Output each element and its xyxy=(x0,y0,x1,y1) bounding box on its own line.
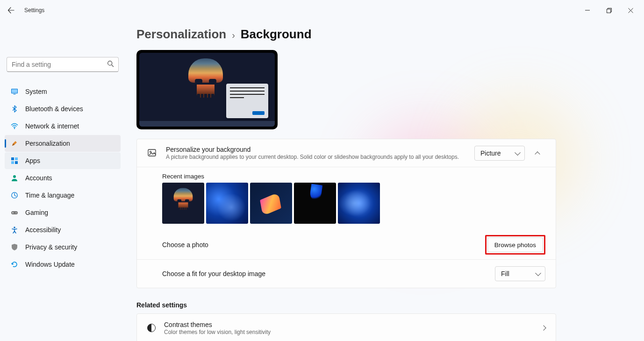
recent-image-thumbnail[interactable] xyxy=(338,183,380,224)
sidebar-item-privacy[interactable]: Privacy & security xyxy=(5,239,121,256)
sidebar-item-accessibility[interactable]: Accessibility xyxy=(5,221,121,238)
dropdown-value: Picture xyxy=(480,149,501,157)
update-icon xyxy=(10,260,19,269)
sidebar-item-label: System xyxy=(25,88,47,95)
sidebar-item-system[interactable]: System xyxy=(5,83,121,100)
sidebar-item-personalization[interactable]: Personalization xyxy=(5,135,121,152)
accessibility-icon xyxy=(10,226,19,234)
recent-image-thumbnail[interactable] xyxy=(250,183,292,224)
maximize-button[interactable] xyxy=(598,3,620,18)
svg-rect-3 xyxy=(12,89,17,93)
minimize-button[interactable] xyxy=(577,3,598,18)
sidebar-item-network[interactable]: Network & internet xyxy=(5,118,121,135)
chevron-right-icon: › xyxy=(232,30,235,41)
sidebar-item-label: Network & internet xyxy=(25,122,79,130)
search-wrap xyxy=(7,57,119,72)
back-button[interactable] xyxy=(3,2,20,19)
recent-images-label: Recent images xyxy=(162,173,556,180)
svg-point-14 xyxy=(14,227,15,228)
choose-fit-label: Choose a fit for your desktop image xyxy=(162,270,495,277)
gamepad-icon xyxy=(10,208,19,217)
choose-fit-row: Choose a fit for your desktop image Fill xyxy=(137,260,556,288)
search-input[interactable] xyxy=(7,57,119,72)
maximize-icon xyxy=(607,8,612,13)
close-button[interactable] xyxy=(620,3,641,18)
sidebar-item-label: Gaming xyxy=(25,209,48,216)
bluetooth-icon xyxy=(10,105,19,113)
personalize-subtitle: A picture background applies to your cur… xyxy=(166,154,474,160)
minimize-icon xyxy=(585,8,590,13)
svg-rect-8 xyxy=(11,161,14,164)
sidebar-item-label: Windows Update xyxy=(25,261,75,268)
svg-point-13 xyxy=(16,213,17,213)
sidebar-item-gaming[interactable]: Gaming xyxy=(5,204,121,221)
breadcrumb-parent[interactable]: Personalization xyxy=(136,27,226,42)
wifi-icon xyxy=(10,122,19,130)
svg-rect-6 xyxy=(11,157,14,160)
sidebar-item-label: Personalization xyxy=(25,140,70,147)
contrast-icon xyxy=(147,324,156,332)
personalize-title: Personalize your background xyxy=(166,146,474,153)
background-type-dropdown[interactable]: Picture xyxy=(474,146,525,161)
recent-images-section: Recent images xyxy=(137,167,556,230)
recent-image-thumbnail[interactable] xyxy=(206,183,248,224)
choose-photo-label: Choose a photo xyxy=(162,241,485,249)
personalize-background-row: Personalize your background A picture ba… xyxy=(137,139,556,167)
svg-point-5 xyxy=(14,128,15,129)
sidebar-item-time[interactable]: Time & language xyxy=(5,187,121,204)
related-settings-heading: Related settings xyxy=(136,301,630,309)
image-icon xyxy=(147,148,157,158)
recent-image-thumbnail[interactable] xyxy=(162,183,204,224)
contrast-themes-card[interactable]: Contrast themes Color themes for low vis… xyxy=(136,313,556,341)
svg-rect-9 xyxy=(15,161,18,164)
fit-dropdown[interactable]: Fill xyxy=(495,266,545,281)
system-icon xyxy=(10,87,19,96)
choose-photo-row: Choose a photo Browse photos xyxy=(137,230,556,260)
paintbrush-icon xyxy=(10,139,19,148)
sidebar-item-label: Time & language xyxy=(25,192,74,199)
apps-icon xyxy=(10,156,19,165)
sidebar: System Bluetooth & devices Network & int… xyxy=(0,21,125,341)
contrast-title: Contrast themes xyxy=(164,321,542,328)
titlebar: Settings xyxy=(0,0,644,21)
sidebar-item-bluetooth[interactable]: Bluetooth & devices xyxy=(5,100,121,117)
recent-image-thumbnail[interactable] xyxy=(294,183,336,224)
breadcrumb: Personalization › Background xyxy=(136,27,630,42)
desktop-preview xyxy=(136,50,278,129)
sidebar-item-accounts[interactable]: Accounts xyxy=(5,170,121,186)
chevron-up-icon xyxy=(535,151,540,156)
background-settings-card: Personalize your background A picture ba… xyxy=(136,139,556,288)
shield-icon xyxy=(10,243,19,251)
sidebar-item-label: Apps xyxy=(25,157,40,164)
svg-rect-0 xyxy=(607,9,610,13)
clock-globe-icon xyxy=(10,191,19,199)
browse-photos-button[interactable]: Browse photos xyxy=(487,237,543,252)
window-title: Settings xyxy=(24,7,44,14)
svg-rect-4 xyxy=(14,94,16,94)
page-title: Background xyxy=(241,27,312,42)
highlight-annotation: Browse photos xyxy=(485,235,545,255)
content-area: Personalization › Background xyxy=(125,21,644,341)
close-icon xyxy=(628,8,633,13)
chevron-right-icon xyxy=(541,325,546,330)
svg-point-10 xyxy=(13,175,16,178)
sidebar-item-label: Accessibility xyxy=(25,226,61,234)
contrast-subtitle: Color themes for low vision, light sensi… xyxy=(164,329,542,335)
svg-rect-7 xyxy=(15,157,18,160)
sidebar-item-label: Privacy & security xyxy=(25,243,77,251)
sidebar-item-update[interactable]: Windows Update xyxy=(5,256,121,273)
collapse-button[interactable] xyxy=(530,145,545,161)
arrow-left-icon xyxy=(7,7,15,14)
sidebar-item-label: Bluetooth & devices xyxy=(25,105,83,113)
dropdown-value: Fill xyxy=(501,270,509,277)
sidebar-item-apps[interactable]: Apps xyxy=(5,152,121,169)
sidebar-item-label: Accounts xyxy=(25,174,52,182)
window-controls xyxy=(577,3,641,18)
nav-list: System Bluetooth & devices Network & int… xyxy=(5,83,121,273)
svg-point-16 xyxy=(150,151,151,152)
person-icon xyxy=(10,174,19,182)
